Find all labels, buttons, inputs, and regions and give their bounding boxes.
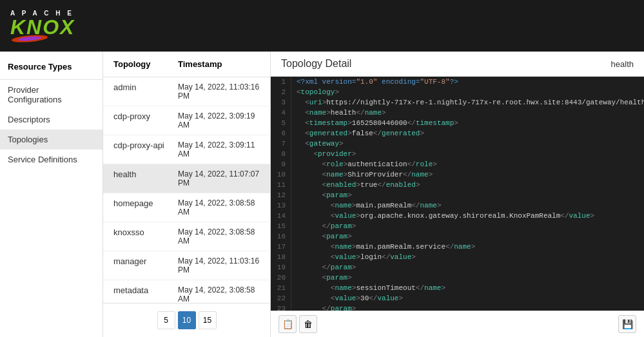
line-number: 21 [271, 283, 291, 293]
line-content: <value>org.apache.knox.gateway.shiroreal… [297, 211, 644, 221]
table-row[interactable]: adminMay 14, 2022, 11:03:16 PM [103, 77, 270, 106]
code-line: 10 <name>ShiroProvider</name> [271, 169, 644, 180]
cell-timestamp: May 14, 2022, 3:08:58 AM [178, 227, 260, 246]
logo-feather-icon [10, 35, 49, 43]
cell-timestamp: May 14, 2022, 3:09:19 AM [178, 111, 260, 130]
line-number: 20 [271, 273, 291, 283]
code-line: 14 <value>org.apache.knox.gateway.shiror… [271, 211, 644, 221]
cell-topology: cdp-proxy-api [113, 140, 178, 159]
main-layout: Resource Types Provider Configurations D… [0, 52, 644, 337]
page-button-15[interactable]: 15 [199, 311, 217, 329]
code-line: 19 </param> [271, 262, 644, 273]
line-content: <name>main.pamRealm.service</name> [297, 242, 644, 252]
line-number: 16 [271, 231, 291, 242]
code-line: 23 </param> [271, 303, 644, 311]
cell-timestamp: May 14, 2022, 3:08:58 AM [178, 198, 260, 217]
pagination: 51015 [103, 303, 270, 337]
sidebar-item-topologies[interactable]: Topologies [0, 130, 102, 149]
sidebar-item-provider-configurations[interactable]: Provider Configurations [0, 80, 102, 110]
sidebar-item-service-definitions[interactable]: Service Definitions [0, 149, 102, 169]
code-line: 8 <provider> [271, 149, 644, 159]
code-line: 16 <param> [271, 231, 644, 242]
line-number: 11 [271, 180, 291, 190]
cell-topology: admin [113, 82, 178, 101]
table-row[interactable]: cdp-proxyMay 14, 2022, 3:09:19 AM [103, 106, 270, 135]
detail-panel: Topology Detail health 1<?xml version="1… [271, 52, 644, 337]
line-number: 9 [271, 159, 291, 169]
cell-topology: cdp-proxy [113, 111, 178, 130]
table-row[interactable]: homepageMay 14, 2022, 3:08:58 AM [103, 193, 270, 222]
line-content: </param> [297, 303, 644, 311]
table-row[interactable]: managerMay 14, 2022, 11:03:16 PM [103, 251, 270, 280]
cell-topology: manager [113, 256, 178, 274]
line-content: <value>login</value> [297, 252, 644, 262]
code-line: 20 <param> [271, 273, 644, 283]
code-line: 2<topology> [271, 87, 644, 97]
table-row[interactable]: metadataMay 14, 2022, 3:08:58 AM [103, 280, 270, 303]
delete-button[interactable]: 🗑 [299, 315, 317, 333]
cell-timestamp: May 14, 2022, 3:09:11 AM [178, 140, 260, 159]
cell-topology: metadata [113, 285, 178, 303]
line-content: <param> [297, 231, 644, 242]
line-number: 4 [271, 108, 291, 118]
code-line: 13 <name>main.pamRealm</name> [271, 200, 644, 211]
code-line: 5 <timestamp>1652580446000</timestamp> [271, 118, 644, 128]
cell-topology: health [113, 169, 178, 188]
sidebar: Resource Types Provider Configurations D… [0, 52, 103, 337]
line-number: 3 [271, 97, 291, 108]
code-line: 15 </param> [271, 221, 644, 231]
line-content: <name>ShiroProvider</name> [297, 169, 644, 180]
table-row[interactable]: healthMay 14, 2022, 11:07:07 PM [103, 164, 270, 193]
line-content: <param> [297, 273, 644, 283]
page-button-10[interactable]: 10 [178, 311, 196, 329]
line-content: <timestamp>1652580446000</timestamp> [297, 118, 644, 128]
table-row[interactable]: cdp-proxy-apiMay 14, 2022, 3:09:11 AM [103, 135, 270, 164]
line-number: 10 [271, 169, 291, 180]
code-line: 6 <generated>false</generated> [271, 128, 644, 139]
line-number: 7 [271, 139, 291, 149]
code-line: 17 <name>main.pamRealm.service</name> [271, 242, 644, 252]
download-icon: 💾 [622, 319, 633, 329]
toolbar-right: 💾 [618, 315, 636, 333]
cell-topology: knoxsso [113, 227, 178, 246]
table-body: adminMay 14, 2022, 11:03:16 PMcdp-proxyM… [103, 77, 270, 303]
line-number: 14 [271, 211, 291, 221]
line-content: <name>main.pamRealm</name> [297, 200, 644, 211]
detail-title: Topology Detail [281, 58, 351, 70]
copy-icon: 📋 [282, 319, 293, 329]
code-line: 7 <gateway> [271, 139, 644, 149]
col-header-topology: Topology [113, 59, 178, 69]
line-number: 2 [271, 87, 291, 97]
logo: A P A C H E KNOX [10, 10, 75, 43]
code-line: 4 <name>health</name> [271, 108, 644, 118]
line-number: 6 [271, 128, 291, 139]
line-number: 13 [271, 200, 291, 211]
table-row[interactable]: knoxssoMay 14, 2022, 3:08:58 AM [103, 222, 270, 251]
line-number: 18 [271, 252, 291, 262]
page-button-5[interactable]: 5 [157, 311, 175, 329]
detail-badge: health [611, 59, 634, 69]
line-content: <provider> [297, 149, 644, 159]
code-line: 12 <param> [271, 190, 644, 200]
cell-timestamp: May 14, 2022, 11:03:16 PM [178, 256, 260, 274]
line-content: <uri>https://nightly-717x-re-1.nightly-7… [297, 97, 644, 108]
line-content: <name>health</name> [297, 108, 644, 118]
code-line: 22 <value>30</value> [271, 293, 644, 303]
line-content: <name>sessionTimeout</name> [297, 283, 644, 293]
cell-timestamp: May 14, 2022, 3:08:58 AM [178, 285, 260, 303]
col-header-timestamp: Timestamp [178, 59, 260, 69]
code-line: 9 <role>authentication</role> [271, 159, 644, 169]
line-content: <param> [297, 190, 644, 200]
code-line: 11 <enabled>true</enabled> [271, 180, 644, 190]
app-header: A P A C H E KNOX [0, 0, 644, 52]
detail-toolbar: 📋 🗑 💾 [271, 311, 644, 337]
line-number: 17 [271, 242, 291, 252]
download-button[interactable]: 💾 [618, 315, 636, 333]
line-content: <topology> [297, 87, 644, 97]
cell-timestamp: May 14, 2022, 11:03:16 PM [178, 82, 260, 101]
copy-button[interactable]: 📋 [278, 315, 297, 333]
line-number: 5 [271, 118, 291, 128]
code-viewer[interactable]: 1<?xml version="1.0" encoding="UTF-8"?>2… [271, 77, 644, 311]
sidebar-item-descriptors[interactable]: Descriptors [0, 110, 102, 130]
delete-icon: 🗑 [304, 319, 313, 329]
